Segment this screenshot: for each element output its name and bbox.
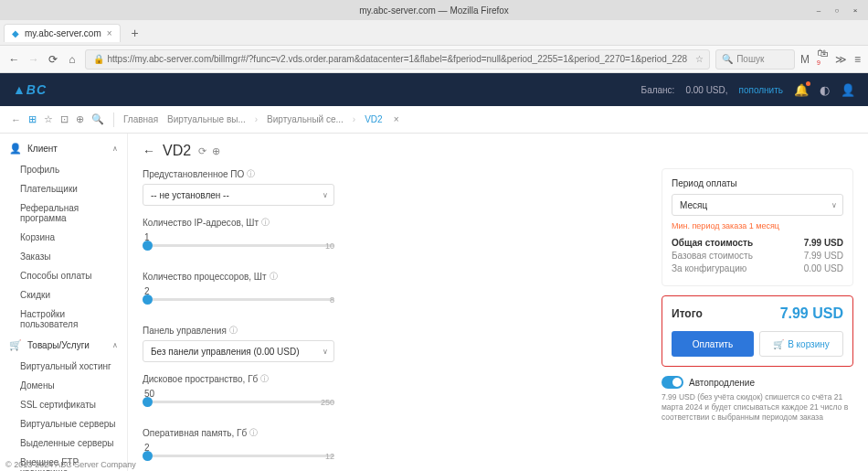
app-header: ▲BC Баланс: 0.00 USD, пополнить 🔔 ◐ 👤 bbox=[0, 73, 868, 106]
config-cost-value: 0.00 USD bbox=[804, 263, 843, 273]
page-title: VD2 bbox=[163, 143, 191, 159]
cpu-slider[interactable]: 2 8 bbox=[143, 286, 334, 314]
globe-icon[interactable]: ⊕ bbox=[212, 145, 220, 157]
menu-icon[interactable]: ≡ bbox=[854, 53, 861, 66]
sidebar-item[interactable]: Виртуальный хостинг bbox=[0, 357, 127, 376]
help-icon[interactable]: ⓘ bbox=[247, 168, 255, 180]
sidebar-item[interactable]: SSL сертификаты bbox=[0, 395, 127, 414]
sidebar: 👤 Клиент ∧ Профиль Плательщики Реферальн… bbox=[0, 134, 128, 471]
close-icon[interactable]: × bbox=[850, 5, 861, 16]
ram-label: Оперативная память, Гб bbox=[143, 428, 247, 438]
preset-select[interactable]: -- не установлен --∨ bbox=[143, 184, 334, 206]
summary-box: Период оплаты Месяц∨ Мин. период заказа … bbox=[662, 168, 853, 286]
tab-close-icon[interactable]: × bbox=[107, 28, 112, 38]
home-icon[interactable]: ⌂ bbox=[65, 49, 79, 70]
browser-tab[interactable]: ◆ my.abc-server.com × bbox=[4, 24, 121, 42]
sidebar-item[interactable]: Настройки пользователя bbox=[0, 305, 127, 334]
window-titlebar: my.abc-server.com — Mozilla Firefox – ○ … bbox=[0, 0, 868, 20]
help-icon[interactable]: ◐ bbox=[820, 83, 830, 97]
chevron-up-icon: ∧ bbox=[112, 341, 118, 349]
url-text: https://my.abc-server.com/billmgr#/?func… bbox=[108, 54, 688, 64]
disk-slider[interactable]: 50 250 bbox=[143, 389, 334, 416]
bell-icon[interactable]: 🔔 bbox=[794, 83, 809, 97]
search-input[interactable]: 🔍 Пошук bbox=[715, 49, 795, 70]
chevron-down-icon: ∨ bbox=[323, 348, 328, 356]
mail-icon[interactable]: M bbox=[800, 53, 810, 66]
pay-button[interactable]: Оплатить bbox=[672, 331, 754, 357]
sidebar-item[interactable]: Заказы bbox=[0, 247, 127, 266]
box-icon[interactable]: ⊡ bbox=[60, 113, 69, 125]
page-back-icon[interactable]: ← bbox=[143, 144, 155, 158]
tab-title: my.abc-server.com bbox=[25, 28, 101, 38]
clock-icon[interactable]: ⊕ bbox=[76, 113, 84, 125]
chevron-up-icon: ∧ bbox=[112, 145, 118, 153]
period-hint: Мин. период заказа 1 месяц bbox=[672, 221, 843, 230]
maximize-icon[interactable]: ○ bbox=[831, 5, 842, 16]
bc-home[interactable]: Главная bbox=[123, 114, 158, 124]
sidebar-item[interactable]: Скидки bbox=[0, 285, 127, 305]
autorenew-row: Автопродление bbox=[662, 376, 853, 389]
user-icon: 👤 bbox=[9, 143, 22, 155]
help-icon[interactable]: ⓘ bbox=[260, 373, 269, 385]
cart-button[interactable]: 🛒В корзину bbox=[759, 331, 843, 357]
user-icon[interactable]: 👤 bbox=[841, 83, 855, 97]
grid-icon[interactable]: ⊞ bbox=[28, 113, 37, 125]
url-input[interactable]: 🔒 https://my.abc-server.com/billmgr#/?fu… bbox=[85, 49, 711, 70]
preset-label: Предустановленное ПО bbox=[143, 169, 244, 179]
ip-label: Количество IP-адресов, Шт bbox=[143, 218, 259, 228]
sidebar-group-client[interactable]: 👤 Клиент ∧ bbox=[0, 137, 127, 160]
help-icon[interactable]: ⓘ bbox=[261, 217, 270, 229]
window-title: my.abc-server.com — Mozilla Firefox bbox=[359, 5, 509, 16]
panel-select[interactable]: Без панели управления (0.00 USD)∨ bbox=[143, 340, 334, 362]
nav-back-icon[interactable]: ← bbox=[11, 114, 21, 125]
sidebar-item[interactable]: Выделенные серверы bbox=[0, 434, 127, 453]
tab-add-icon[interactable]: + bbox=[126, 24, 144, 42]
minimize-icon[interactable]: – bbox=[813, 5, 824, 16]
ram-slider[interactable]: 2 12 bbox=[143, 443, 334, 470]
disk-label: Дисковое пространство, Гб bbox=[143, 374, 258, 384]
browser-tabs: ◆ my.abc-server.com × + bbox=[0, 20, 868, 46]
forward-icon[interactable]: → bbox=[26, 49, 40, 70]
sidebar-item[interactable]: Домены bbox=[0, 376, 127, 395]
balance-label: Баланс: bbox=[641, 85, 675, 95]
back-icon[interactable]: ← bbox=[7, 49, 21, 70]
sidebar-item[interactable]: Корзина bbox=[0, 228, 127, 247]
autorenew-label: Автопродление bbox=[689, 378, 755, 388]
bc-current[interactable]: VD2 bbox=[365, 114, 382, 124]
bc-vm[interactable]: Виртуальные вы... bbox=[167, 114, 246, 124]
tab-favicon: ◆ bbox=[12, 28, 19, 38]
browser-toolbar: ← → ⟳ ⌂ 🔒 https://my.abc-server.com/bill… bbox=[0, 46, 868, 73]
sidebar-item[interactable]: Реферальная программа bbox=[0, 198, 127, 228]
sidebar-item[interactable]: Профиль bbox=[0, 160, 127, 179]
help-icon[interactable]: ⓘ bbox=[249, 427, 258, 439]
logo[interactable]: ▲BC bbox=[13, 82, 47, 97]
extensions-icon[interactable]: ≫ bbox=[835, 53, 847, 66]
bc-vserver[interactable]: Виртуальный се... bbox=[267, 114, 344, 124]
sidebar-item[interactable]: Плательщики bbox=[0, 179, 127, 198]
cart-icon: 🛒 bbox=[9, 339, 22, 351]
star-icon[interactable]: ☆ bbox=[44, 113, 53, 125]
base-cost-value: 7.99 USD bbox=[804, 251, 843, 261]
search2-icon[interactable]: 🔍 bbox=[91, 113, 104, 125]
total-box: Итого 7.99 USD Оплатить 🛒В корзину bbox=[662, 295, 853, 367]
help-icon[interactable]: ⓘ bbox=[229, 325, 238, 337]
bookmark-icon[interactable]: ☆ bbox=[695, 54, 704, 64]
content-area: ← VD2 ⟳ ⊕ Предустановленное ПОⓘ -- не ус… bbox=[128, 134, 868, 471]
sidebar-group-products[interactable]: 🛒 Товары/Услуги ∧ bbox=[0, 334, 127, 357]
bc-close-icon[interactable]: × bbox=[394, 114, 399, 124]
reload-icon[interactable]: ⟳ bbox=[46, 49, 59, 70]
cart-icon[interactable]: 🛍9 bbox=[817, 47, 828, 72]
sidebar-item[interactable]: Виртуальные серверы bbox=[0, 414, 127, 434]
grand-total-value: 7.99 USD bbox=[780, 305, 843, 322]
sidebar-group-label: Товары/Услуги bbox=[27, 340, 90, 350]
autorenew-toggle[interactable] bbox=[662, 376, 683, 389]
panel-label: Панель управления bbox=[143, 326, 227, 336]
ip-slider[interactable]: 1 10 bbox=[143, 232, 334, 260]
sidebar-item[interactable]: Способы оплаты bbox=[0, 266, 127, 285]
balance-topup-link[interactable]: пополнить bbox=[739, 85, 783, 95]
help-icon[interactable]: ⓘ bbox=[270, 271, 278, 283]
period-select[interactable]: Месяц∨ bbox=[672, 194, 843, 216]
config-cost-label: За конфигурацию bbox=[672, 263, 746, 273]
cpu-label: Количество процессоров, Шт bbox=[143, 272, 267, 282]
refresh-icon[interactable]: ⟳ bbox=[198, 145, 206, 157]
